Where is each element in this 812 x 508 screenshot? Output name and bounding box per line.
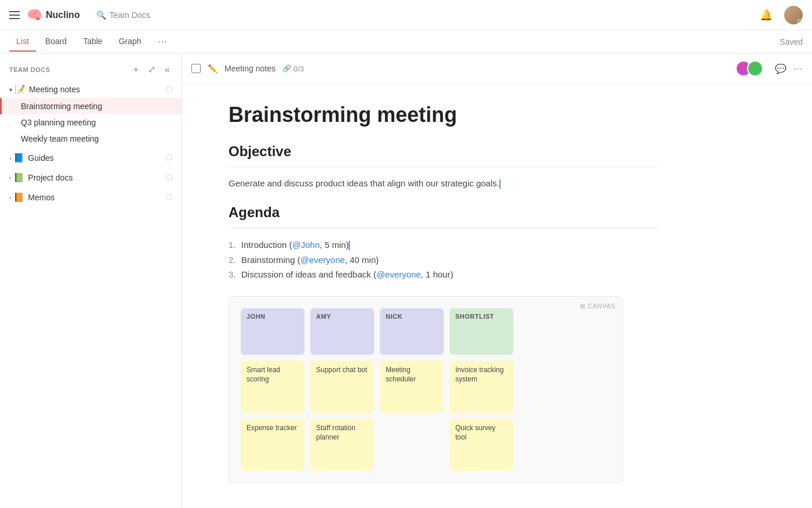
doc-content: Brainstorming meeting Objective Generate… [182, 84, 704, 508]
doc-title: Brainstorming meeting [229, 103, 658, 127]
meeting-notes-check: ☐ [166, 85, 172, 93]
canvas-card-empty [380, 419, 444, 471]
more-options-icon[interactable]: ⋯ [793, 63, 803, 74]
guides-label: Guides [28, 153, 166, 163]
text-cursor-2 [349, 241, 350, 250]
sidebar-group-memos: › 📙 Memos ☐ [0, 189, 182, 206]
tab-bar: List Board Table Graph ⋯ Saved [0, 30, 812, 53]
text-cursor [499, 179, 501, 189]
user-avatar[interactable] [784, 6, 803, 24]
tab-list[interactable]: List [9, 32, 36, 52]
toggle-icon: › [9, 175, 11, 181]
toggle-icon: › [9, 194, 11, 201]
search-area[interactable]: 🔍 Team Docs [96, 10, 150, 20]
list-num-3: 3. [229, 267, 238, 282]
sidebar-item-memos[interactable]: › 📙 Memos ☐ [0, 189, 182, 206]
memos-label: Memos [28, 193, 166, 202]
collapse-button[interactable]: « [162, 63, 172, 76]
canvas-card-meeting-scheduler[interactable]: Meeting scheduler [380, 361, 444, 413]
tab-table[interactable]: Table [76, 32, 109, 52]
canvas-col-john: JOHN [241, 308, 304, 355]
guides-icon: 📘 [13, 153, 24, 163]
list-num-1: 1. [229, 237, 238, 253]
sidebar-actions: + ⤢ « [131, 63, 172, 76]
progress-icon: 🔗 [282, 64, 291, 73]
sidebar-item-brainstorming[interactable]: Brainstorming meeting [0, 98, 182, 114]
sidebar-group-guides: › 📘 Guides ☐ [0, 149, 182, 167]
memos-icon: 📙 [13, 192, 24, 203]
content-area: ✏️ Meeting notes 🔗 0/3 💬 ⋯ Brainstorming… [182, 53, 812, 508]
online-status-dot [798, 19, 802, 24]
agenda-heading: Agenda [229, 204, 658, 221]
objective-text: Generate and discuss product ideas that … [229, 176, 658, 190]
add-item-button[interactable]: + [131, 63, 141, 76]
sidebar-header: TEAM DOCS + ⤢ « [0, 60, 182, 81]
guides-check: ☐ [166, 154, 172, 162]
avatar-collaborator-2 [747, 60, 763, 77]
canvas-icon: ⊞ [580, 302, 586, 310]
sidebar: TEAM DOCS + ⤢ « ▾ 📝 Meeting notes ☐ Brai… [0, 53, 182, 508]
expand-button[interactable]: ⤢ [146, 63, 158, 76]
q3-planning-label: Q3 planning meeting [21, 118, 96, 127]
main-layout: TEAM DOCS + ⤢ « ▾ 📝 Meeting notes ☐ Brai… [0, 53, 812, 508]
tab-graph[interactable]: Graph [112, 32, 148, 52]
memos-check: ☐ [166, 193, 172, 201]
canvas-card-quick-survey[interactable]: Quick survey tool [449, 419, 513, 471]
sidebar-item-q3-planning[interactable]: Q3 planning meeting [0, 114, 182, 131]
sidebar-item-guides[interactable]: › 📘 Guides ☐ [0, 149, 182, 167]
agenda-list: 1. Introduction (@John, 5 min) 2. Brains… [229, 237, 658, 282]
collaborator-avatars [735, 60, 763, 77]
breadcrumb-icon: ✏️ [208, 64, 217, 73]
toggle-icon: › [9, 155, 11, 161]
sidebar-item-weekly-team[interactable]: Weekly team meeting [0, 131, 182, 147]
progress-text: 0/3 [293, 64, 304, 73]
logo-icon: 🧠 [27, 8, 42, 23]
sidebar-item-meeting-notes[interactable]: ▾ 📝 Meeting notes ☐ [0, 81, 182, 98]
sidebar-item-project-docs[interactable]: › 📗 Project docs ☐ [0, 169, 182, 186]
canvas-card-invoice-tracking[interactable]: Invoice tracking system [449, 361, 513, 413]
sidebar-group-meeting-notes: ▾ 📝 Meeting notes ☐ Brainstorming meetin… [0, 81, 182, 147]
project-docs-label: Project docs [28, 173, 166, 182]
notifications-icon[interactable]: 🔔 [760, 9, 773, 21]
canvas-container: ⊞ CANVAS JOHN AMY NICK SHORTLIST Smart l… [229, 296, 623, 483]
canvas-col-shortlist: SHORTLIST [449, 308, 513, 355]
canvas-card-support-chat[interactable]: Support chat bot [310, 361, 374, 413]
tab-more-button[interactable]: ⋯ [153, 34, 172, 49]
canvas-card-staff-rotation[interactable]: Staff rotation planner [310, 419, 374, 471]
saved-label: Saved [780, 37, 803, 46]
canvas-card-smart-lead[interactable]: Smart lead scoring [241, 361, 304, 413]
mention-everyone-1: @everyone [300, 255, 345, 265]
mention-john: @John [292, 240, 320, 250]
project-docs-icon: 📗 [13, 172, 24, 183]
sidebar-group-project-docs: › 📗 Project docs ☐ [0, 169, 182, 186]
weekly-team-label: Weekly team meeting [21, 134, 99, 143]
canvas-col-amy: AMY [310, 308, 374, 355]
canvas-col-nick: NICK [380, 308, 444, 355]
list-num-2: 2. [229, 253, 238, 268]
tab-board[interactable]: Board [38, 32, 74, 52]
meeting-notes-label: Meeting notes [29, 85, 166, 94]
comment-icon[interactable]: 💬 [775, 63, 786, 74]
brainstorming-label: Brainstorming meeting [21, 102, 102, 111]
logo-text: Nuclino [46, 10, 80, 20]
agenda-item-2: 2. Brainstorming (@everyone, 40 min) [229, 253, 658, 268]
agenda-item-1: 1. Introduction (@John, 5 min) [229, 237, 658, 253]
doc-checkbox[interactable] [191, 64, 201, 73]
meeting-notes-icon: 📝 [14, 84, 26, 95]
mention-everyone-2: @everyone [376, 269, 421, 279]
content-header: ✏️ Meeting notes 🔗 0/3 💬 ⋯ [182, 53, 812, 84]
top-nav: 🧠 Nuclino 🔍 Team Docs 🔔 [0, 0, 812, 30]
canvas-grid: JOHN AMY NICK SHORTLIST Smart lead scori… [241, 308, 611, 471]
canvas-label: ⊞ CANVAS [580, 302, 615, 310]
agenda-item-3: 3. Discussion of ideas and feedback (@ev… [229, 267, 658, 282]
project-docs-check: ☐ [166, 174, 172, 182]
toggle-icon: ▾ [9, 87, 12, 93]
progress-area: 🔗 0/3 [282, 64, 304, 73]
sidebar-title: TEAM DOCS [9, 66, 50, 73]
canvas-card-expense-tracker[interactable]: Expense tracker [241, 419, 304, 471]
search-icon: 🔍 [96, 10, 106, 20]
objective-heading: Objective [229, 143, 658, 160]
hamburger-menu[interactable] [9, 11, 20, 19]
logo[interactable]: 🧠 Nuclino [27, 8, 80, 23]
breadcrumb[interactable]: Meeting notes [224, 64, 276, 73]
